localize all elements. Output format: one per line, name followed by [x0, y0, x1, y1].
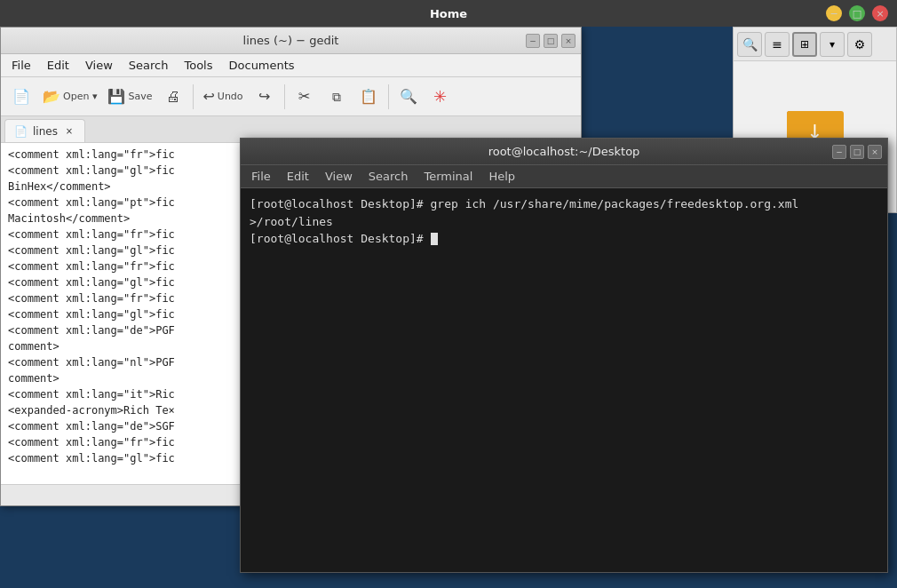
tab-close-button[interactable]: ×: [63, 125, 75, 138]
gedit-menu-file[interactable]: File: [4, 57, 38, 74]
term-menu-terminal[interactable]: Terminal: [417, 168, 480, 185]
gedit-menu-view[interactable]: View: [78, 57, 120, 74]
save-icon: 💾: [107, 90, 125, 104]
print-button[interactable]: 🖨: [158, 82, 188, 112]
gedit-title: lines (~) − gedit: [243, 34, 339, 47]
undo-button[interactable]: ↩ Undo: [198, 82, 247, 112]
undo-label: Undo: [218, 91, 243, 102]
fm-toolbar: 🔍 ≡ ⊞ ▾ ⚙: [734, 28, 896, 61]
term-menu-search[interactable]: Search: [361, 168, 416, 185]
fm-search-button[interactable]: 🔍: [737, 32, 762, 57]
topbar-close[interactable]: ×: [872, 5, 888, 21]
term-menu-help[interactable]: Help: [481, 168, 522, 185]
print-icon: 🖨: [166, 90, 180, 104]
terminal-maximize-button[interactable]: □: [850, 145, 864, 159]
gedit-menubar: File Edit View Search Tools Documents: [1, 54, 581, 77]
save-button[interactable]: 💾 Save: [103, 82, 156, 112]
terminal-window: root@localhost:~/Desktop − □ × File Edit…: [240, 138, 888, 573]
tab-label: lines: [33, 125, 58, 138]
terminal-close-button[interactable]: ×: [868, 145, 882, 159]
term-menu-file[interactable]: File: [244, 168, 278, 185]
redo-button[interactable]: ↪: [250, 82, 280, 112]
tab-doc-icon: 📄: [14, 125, 28, 138]
undo-icon: ↩: [202, 90, 214, 104]
terminal-minimize-button[interactable]: −: [832, 145, 846, 159]
term-line-2: >/root/lines: [250, 213, 878, 231]
terminal-cursor: [431, 233, 438, 245]
terminal-title: root@localhost:~/Desktop: [488, 145, 640, 158]
cut-button[interactable]: ✂: [290, 82, 320, 112]
topbar-title: Home: [430, 7, 467, 20]
toolbar-separator-2: [284, 84, 285, 109]
topbar: Home − □ ×: [0, 0, 897, 27]
gedit-titlebar: lines (~) − gedit − □ ×: [1, 28, 581, 54]
gedit-maximize-button[interactable]: □: [544, 34, 558, 48]
topbar-minimize[interactable]: −: [826, 5, 842, 21]
save-label: Save: [128, 91, 152, 102]
term-line-1: [root@localhost Desktop]# grep ich /usr/…: [250, 195, 878, 213]
term-menu-view[interactable]: View: [318, 168, 360, 185]
fm-sort-button[interactable]: ▾: [820, 32, 845, 57]
fm-settings-button[interactable]: ⚙: [847, 32, 872, 57]
gedit-menu-tools[interactable]: Tools: [177, 57, 219, 74]
gedit-wm-buttons: − □ ×: [526, 34, 576, 48]
cut-icon: ✂: [298, 90, 310, 104]
terminal-content[interactable]: [root@localhost Desktop]# grep ich /usr/…: [241, 188, 887, 572]
gedit-toolbar: 📄 📂 Open ▾ 💾 Save 🖨 ↩ Undo ↪ ✂ ⧉ 📋: [1, 77, 581, 116]
term-line-3: [root@localhost Desktop]#: [250, 230, 878, 248]
gedit-tab-lines[interactable]: 📄 lines ×: [4, 119, 85, 142]
terminal-titlebar: root@localhost:~/Desktop − □ ×: [241, 139, 887, 165]
redo-icon: ↪: [258, 90, 270, 104]
open-icon: 📂: [43, 90, 60, 104]
open-button[interactable]: 📂 Open ▾: [38, 82, 101, 112]
topbar-controls: − □ ×: [826, 5, 888, 21]
copy-icon: ⧉: [332, 91, 341, 103]
new-button[interactable]: 📄: [6, 82, 36, 112]
spell-icon: ✳: [433, 89, 447, 105]
fm-list-view-button[interactable]: ≡: [765, 32, 790, 57]
open-label: Open ▾: [63, 91, 97, 102]
term-menu-edit[interactable]: Edit: [280, 168, 316, 185]
terminal-menubar: File Edit View Search Terminal Help: [241, 165, 887, 188]
find-icon: 🔍: [400, 90, 417, 104]
gedit-menu-documents[interactable]: Documents: [222, 57, 302, 74]
gedit-menu-edit[interactable]: Edit: [40, 57, 76, 74]
gedit-menu-search[interactable]: Search: [122, 57, 176, 74]
copy-button[interactable]: ⧉: [321, 82, 352, 112]
paste-icon: 📋: [360, 90, 377, 104]
find-button[interactable]: 🔍: [393, 82, 424, 112]
new-icon: 📄: [12, 90, 30, 104]
toolbar-separator-3: [388, 84, 389, 109]
gedit-minimize-button[interactable]: −: [526, 34, 540, 48]
gedit-close-button[interactable]: ×: [561, 34, 576, 48]
toolbar-separator-1: [193, 84, 194, 109]
terminal-wm-buttons: − □ ×: [832, 145, 882, 159]
paste-button[interactable]: 📋: [353, 82, 384, 112]
fm-grid-view-button[interactable]: ⊞: [792, 32, 817, 57]
spell-button[interactable]: ✳: [425, 82, 456, 112]
topbar-maximize[interactable]: □: [849, 5, 865, 21]
